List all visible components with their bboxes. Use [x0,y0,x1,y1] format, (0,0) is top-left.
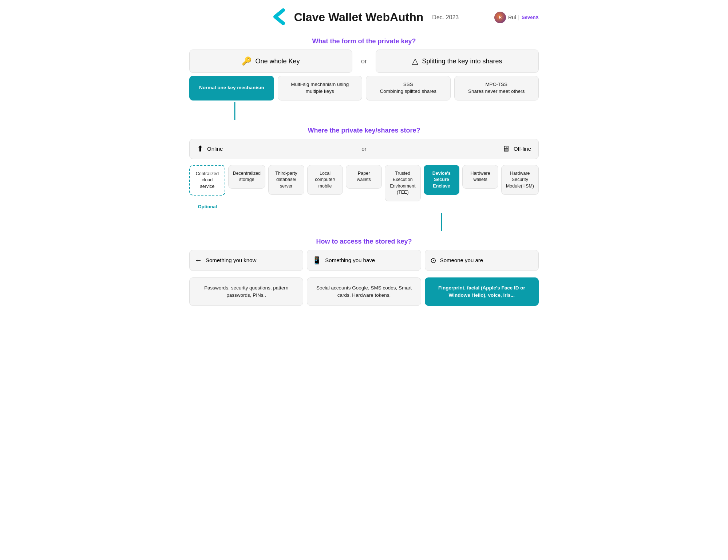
storage-third-party-label: Third-party database/ server [273,170,300,190]
detail-have: Social accounts Google, SMS codes, Smart… [307,277,421,306]
online-block: ⬆ Online [197,144,361,154]
storage-cloud: Centralized cloud service [189,165,225,196]
key-types-row: 🔑 One whole Key or △ Splitting the key i… [189,50,539,73]
access-header-row: ← Something you know 📱 Something you hav… [189,250,539,271]
mechanism-sss: SSSCombining splitted shares [366,76,451,100]
detail-know-label: Passwords, security questions, pattern p… [204,285,288,298]
access-details-row: Passwords, security questions, pattern p… [189,277,539,306]
storage-local-label: Local computer/ mobile [312,170,339,190]
mechanism-mpc-label: MPC-TSSShares never meet others [468,81,525,95]
storage-hsm: Hardware Security Module(HSM) [501,165,539,195]
access-know: ← Something you know [189,250,303,271]
access-have: 📱 Something you have [307,250,421,271]
storage-paper: Paper wallets [346,165,382,189]
mechanism-normal-label: Normal one key mechanism [199,84,264,91]
section3-title: How to access the stored key? [189,238,539,245]
storage-secure-enclave-label: Device's Secure Enclave [428,170,455,190]
header: Clave Wallet WebAuthn Dec. 2023 R Rui | … [189,7,539,27]
mechanisms-row: Normal one key mechanism Multi-sig mecha… [189,76,539,100]
online-label: Online [207,146,223,152]
storage-decentralized: Decentralized storage [228,165,265,189]
one-whole-key-block: 🔑 One whole Key [189,50,352,73]
detail-have-label: Social accounts Google, SMS codes, Smart… [316,285,412,298]
brand-avatar: R [494,12,506,23]
one-whole-key-label: One whole Key [255,58,300,65]
logo [269,7,288,27]
connector1 [189,102,539,120]
brand-area: R Rui | SevenX [494,12,539,23]
optional-row: Optional [189,204,539,209]
upload-icon: ⬆ [197,144,203,154]
mechanism-mpc: MPC-TSSShares never meet others [454,76,539,100]
know-icon: ← [195,256,202,264]
storage-hardware-wallets: Hardware wallets [462,165,498,189]
detail-are-label: Fingerprint, facial (Apple's Face ID or … [438,285,525,298]
storage-tee: Trusted Execution Environment (TEE) [385,165,421,201]
app-title: Clave Wallet WebAuthn [294,11,424,24]
storage-row: Centralized cloud service Decentralized … [189,165,539,201]
storage-decentralized-label: Decentralized storage [233,170,261,183]
offline-block: 🖥 Off-line [367,144,531,154]
split-icon: △ [412,56,418,66]
storage-hsm-label: Hardware Security Module(HSM) [506,170,534,190]
storage-cloud-label: Centralized cloud service [194,171,220,190]
detail-know: Passwords, security questions, pattern p… [189,277,303,306]
mechanism-sss-label: SSSCombining splitted shares [380,81,436,95]
brand-name: Rui [508,15,516,20]
have-icon: 📱 [312,256,321,265]
brand-company: SevenX [522,15,539,20]
key-or-divider: or [352,58,376,65]
online-or: or [361,146,366,152]
server-icon: 🖥 [502,144,510,154]
storage-local: Local computer/ mobile [307,165,343,195]
storage-tee-label: Trusted Execution Environment (TEE) [389,170,416,196]
access-have-label: Something you have [325,257,375,263]
are-icon: ⊙ [430,256,436,265]
key-icon: 🔑 [242,56,252,66]
storage-secure-enclave: Device's Secure Enclave [424,165,460,195]
storage-paper-label: Paper wallets [351,170,377,183]
brand-separator: | [518,15,519,20]
header-date: Dec. 2023 [432,14,459,21]
access-know-label: Something you know [206,257,256,263]
access-are-label: Someone you are [440,257,483,263]
splitting-key-label: Splitting the key into shares [422,58,502,65]
offline-label: Off-line [514,146,531,152]
connector2 [189,213,539,231]
section1-title: What the form of the private key? [189,38,539,45]
mechanism-multisig: Multi-sig mechanism using multiple keys [278,76,363,100]
mechanism-multisig-label: Multi-sig mechanism using multiple keys [282,81,358,95]
detail-are: Fingerprint, facial (Apple's Face ID or … [425,277,539,306]
online-offline-row: ⬆ Online or 🖥 Off-line [189,139,539,159]
mechanism-normal: Normal one key mechanism [189,76,274,100]
optional-label: Optional [198,204,217,209]
splitting-key-block: △ Splitting the key into shares [376,50,539,73]
access-are: ⊙ Someone you are [425,250,539,271]
storage-third-party: Third-party database/ server [268,165,304,195]
section2-title: Where the private key/shares store? [189,127,539,134]
storage-hardware-wallets-label: Hardware wallets [467,170,494,183]
